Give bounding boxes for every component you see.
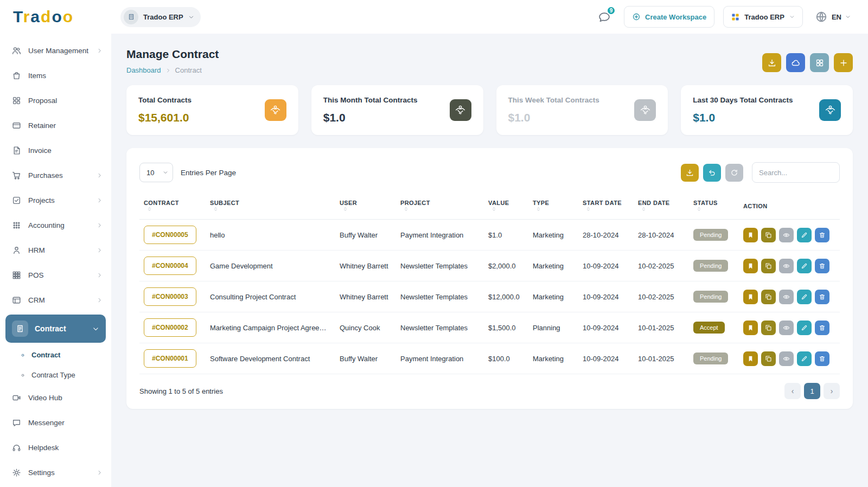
sort-icon[interactable] <box>696 206 702 212</box>
sidebar-item-contract-group[interactable]: Contract <box>5 315 106 343</box>
column-header-start-date[interactable]: START DATE <box>578 193 634 220</box>
delete-button[interactable] <box>815 228 829 242</box>
bookmark-button[interactable] <box>743 351 758 366</box>
bookmark-icon <box>747 324 754 331</box>
download-button[interactable] <box>681 164 699 182</box>
trash-icon <box>819 232 826 239</box>
sidebar-item-retainer[interactable]: Retainer <box>0 113 111 138</box>
logo-letter: r <box>23 8 31 25</box>
delete-button[interactable] <box>815 259 829 273</box>
money-handshake-icon <box>450 99 471 121</box>
sidebar-item-purchases[interactable]: Purchases <box>0 163 111 188</box>
view-button[interactable] <box>779 351 794 366</box>
undo-icon <box>708 169 716 177</box>
column-header-end-date[interactable]: END DATE <box>634 193 689 220</box>
search-input[interactable] <box>752 162 840 183</box>
pagination-prev[interactable]: ‹ <box>784 383 801 399</box>
column-header-contract[interactable]: CONTRACT <box>139 193 206 220</box>
sort-icon[interactable] <box>491 206 497 212</box>
subject-cell: Game Development <box>206 251 335 281</box>
duplicate-button[interactable] <box>761 228 776 242</box>
sidebar-item-accounting[interactable]: Accounting <box>0 213 111 238</box>
breadcrumb-dashboard[interactable]: Dashboard <box>126 66 161 74</box>
eye-icon <box>783 232 790 239</box>
topbar: Tradoo Tradoo ERP 9 Create Workspace Tra… <box>0 0 868 34</box>
bookmark-button[interactable] <box>743 290 758 304</box>
sidebar-item-label: Proposal <box>28 97 57 105</box>
export-button[interactable] <box>762 53 781 72</box>
duplicate-button[interactable] <box>761 259 776 273</box>
edit-button[interactable] <box>797 259 812 273</box>
chat-button[interactable]: 9 <box>593 6 615 28</box>
sidebar-item-projects[interactable]: Projects <box>0 188 111 213</box>
card-icon <box>12 121 21 130</box>
sort-icon[interactable] <box>213 206 219 212</box>
edit-button[interactable] <box>797 351 812 366</box>
pagination-page-1[interactable]: 1 <box>804 383 820 399</box>
sidebar-item-crm[interactable]: CRM <box>0 287 111 312</box>
edit-button[interactable] <box>797 321 812 335</box>
entries-summary: Showing 1 to 5 of 5 entries <box>139 387 223 395</box>
sidebar-item-items[interactable]: Items <box>0 63 111 88</box>
edit-button[interactable] <box>797 290 812 304</box>
add-contract-button[interactable] <box>834 53 853 72</box>
sort-icon[interactable] <box>585 206 591 212</box>
contract-id-badge[interactable]: #CON00001 <box>144 349 196 368</box>
delete-button[interactable] <box>815 321 829 335</box>
delete-button[interactable] <box>815 351 829 366</box>
sidebar-item-user-management[interactable]: User Management <box>0 38 111 63</box>
sidebar-subitem-contract-type[interactable]: Contract Type <box>0 365 111 385</box>
import-button[interactable] <box>786 53 805 72</box>
entries-per-page-select[interactable]: 10 <box>139 163 173 182</box>
breadcrumb-current: Contract <box>175 66 202 74</box>
sidebar-item-messenger[interactable]: Messenger <box>0 410 111 435</box>
sidebar-item-helpdesk[interactable]: Helpdesk <box>0 435 111 460</box>
column-header-type[interactable]: TYPE <box>528 193 578 220</box>
sidebar-item-hrm[interactable]: HRM <box>0 238 111 262</box>
duplicate-button[interactable] <box>761 290 776 304</box>
contract-id-badge[interactable]: #CON00004 <box>144 257 196 275</box>
view-button[interactable] <box>779 321 794 335</box>
language-selector[interactable]: EN <box>812 10 854 24</box>
logo-letter: o <box>52 8 62 25</box>
bookmark-button[interactable] <box>743 228 758 242</box>
duplicate-button[interactable] <box>761 351 776 366</box>
bookmark-button[interactable] <box>743 321 758 335</box>
edit-button[interactable] <box>797 228 812 242</box>
sort-icon[interactable] <box>641 206 647 212</box>
workspace-erp-button[interactable]: Tradoo ERP <box>723 6 803 28</box>
sidebar-item-pos[interactable]: POS <box>0 262 111 287</box>
pagination-next[interactable]: › <box>824 383 840 399</box>
column-header-project[interactable]: PROJECT <box>396 193 484 220</box>
column-header-user[interactable]: USER <box>335 193 396 220</box>
sidebar-item-video-hub[interactable]: Video Hub <box>0 385 111 410</box>
delete-button[interactable] <box>815 290 829 304</box>
contract-id-badge[interactable]: #CON00003 <box>144 287 196 306</box>
contract-id-badge[interactable]: #CON00002 <box>144 318 196 337</box>
start-date-cell: 10-09-2024 <box>578 251 634 281</box>
sort-icon[interactable] <box>342 206 348 212</box>
duplicate-button[interactable] <box>761 321 776 335</box>
column-header-status[interactable]: STATUS <box>689 193 739 220</box>
refresh-button[interactable] <box>725 164 743 182</box>
grid-view-button[interactable] <box>810 53 829 72</box>
view-button[interactable] <box>779 228 794 242</box>
contract-id-badge[interactable]: #CON00005 <box>144 226 196 244</box>
main-content: Manage Contract Dashboard Contract Total… <box>111 34 868 487</box>
create-workspace-button[interactable]: Create Workspace <box>624 6 714 28</box>
sidebar-subitem-contract[interactable]: Contract <box>0 345 111 365</box>
sidebar-item-settings[interactable]: Settings <box>0 460 111 485</box>
column-header-value[interactable]: VALUE <box>484 193 528 220</box>
column-header-subject[interactable]: SUBJECT <box>206 193 335 220</box>
sort-icon[interactable] <box>535 206 541 212</box>
workspace-switcher[interactable]: Tradoo ERP <box>120 7 201 27</box>
view-button[interactable] <box>779 290 794 304</box>
view-button[interactable] <box>779 259 794 273</box>
sidebar-item-invoice[interactable]: Invoice <box>0 138 111 163</box>
sort-icon[interactable] <box>403 206 409 212</box>
sort-icon[interactable] <box>146 206 152 212</box>
bookmark-button[interactable] <box>743 259 758 273</box>
language-label: EN <box>832 13 841 21</box>
undo-button[interactable] <box>703 164 721 182</box>
sidebar-item-proposal[interactable]: Proposal <box>0 88 111 113</box>
